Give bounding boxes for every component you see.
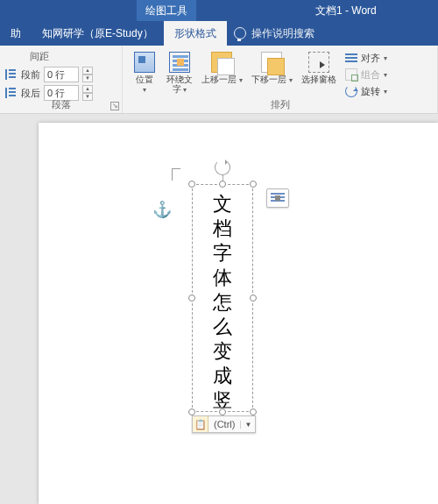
text-box[interactable]: 文 档 字 体 怎 么 变 成 竖 <box>192 184 253 412</box>
text-char: 变 <box>213 339 232 364</box>
send-backward-button[interactable]: 下移一层 ▾ <box>248 48 296 97</box>
space-before-label: 段前 <box>21 68 40 82</box>
space-before-input[interactable]: 0 行 <box>44 67 79 82</box>
text-char: 成 <box>213 364 232 388</box>
resize-handle-ne[interactable] <box>250 181 257 188</box>
resize-handle-sw[interactable] <box>188 408 195 415</box>
resize-handle-s[interactable] <box>219 408 226 415</box>
align-button[interactable]: 对齐▾ <box>342 51 391 66</box>
contextual-tab-label: 绘图工具 <box>137 0 196 21</box>
bring-forward-icon <box>211 52 232 73</box>
dialog-launcher-paragraph[interactable]: ↘ <box>110 102 119 110</box>
layout-options-button[interactable] <box>266 188 289 208</box>
position-button[interactable]: 位置▾ <box>128 48 161 97</box>
paste-options-tag[interactable]: 📋 (Ctrl) ▼ <box>192 415 256 433</box>
document-area: ⚓ 文 档 字 体 怎 么 变 成 竖 <box>0 114 438 504</box>
group-objects-button[interactable]: 组合▾ <box>342 67 391 82</box>
resize-handle-n[interactable] <box>219 181 226 188</box>
wrap-text-icon <box>169 52 190 73</box>
tab-shape-format[interactable]: 形状格式 <box>164 21 227 46</box>
text-char: 字 <box>213 241 232 266</box>
rotate-icon <box>345 85 357 97</box>
position-icon <box>134 52 155 73</box>
document-title: 文档1 - Word <box>315 4 377 18</box>
tab-help[interactable]: 助 <box>0 21 32 46</box>
tell-me-search[interactable]: 操作说明搜索 <box>234 26 314 41</box>
group-label-paragraph: 段落 <box>0 98 122 111</box>
ribbon: 间距 段前 0 行 ▲▼ 段后 0 行 ▲▼ 段落 ↘ 位置▾ 环绕文 字 ▾ <box>0 46 438 114</box>
wrap-text-button[interactable]: 环绕文 字 ▾ <box>163 48 196 97</box>
text-char: 怎 <box>213 290 232 315</box>
layout-options-icon <box>271 192 285 204</box>
group-arrange: 位置▾ 环绕文 字 ▾ 上移一层 ▾ 下移一层 ▾ 选择窗格 对 <box>123 46 438 113</box>
text-char: 档 <box>213 217 232 241</box>
spacing-heading: 间距 <box>30 50 117 63</box>
corner-crop-mark <box>172 168 180 181</box>
space-before-spinner[interactable]: ▲▼ <box>82 67 93 82</box>
title-bar: 绘图工具 文档1 - Word <box>0 0 438 21</box>
space-after-icon <box>5 88 18 98</box>
bring-forward-button[interactable]: 上移一层 ▾ <box>198 48 246 97</box>
tab-estudy[interactable]: 知网研学（原E-Study） <box>32 21 164 46</box>
text-char: 么 <box>213 315 232 339</box>
selection-pane-button[interactable]: 选择窗格 <box>298 48 340 97</box>
lightbulb-icon <box>234 27 246 39</box>
rotation-handle[interactable] <box>215 160 230 175</box>
send-backward-icon <box>261 52 282 73</box>
rotate-button[interactable]: 旋转▾ <box>342 84 391 99</box>
paste-options-icon: 📋 <box>193 416 208 432</box>
group-label-arrange: 排列 <box>123 98 437 111</box>
resize-handle-e[interactable] <box>250 295 257 302</box>
page[interactable]: ⚓ 文 档 字 体 怎 么 变 成 竖 <box>39 123 438 504</box>
text-char: 文 <box>213 192 232 217</box>
space-before-icon <box>5 69 18 80</box>
resize-handle-w[interactable] <box>188 295 195 302</box>
text-box-content[interactable]: 文 档 字 体 怎 么 变 成 竖 <box>192 184 253 412</box>
tell-me-label: 操作说明搜索 <box>251 26 314 41</box>
group-icon <box>345 68 357 81</box>
align-icon <box>345 52 357 64</box>
resize-handle-nw[interactable] <box>188 181 195 188</box>
paste-options-label: (Ctrl) <box>208 419 240 429</box>
menu-bar: 助 知网研学（原E-Study） 形状格式 操作说明搜索 <box>0 21 438 46</box>
text-char: 体 <box>213 266 232 290</box>
selection-pane-icon <box>308 52 329 73</box>
chevron-down-icon: ▼ <box>240 421 255 429</box>
resize-handle-se[interactable] <box>250 408 257 415</box>
group-paragraph: 间距 段前 0 行 ▲▼ 段后 0 行 ▲▼ 段落 ↘ <box>0 46 123 113</box>
anchor-icon[interactable]: ⚓ <box>152 200 172 219</box>
